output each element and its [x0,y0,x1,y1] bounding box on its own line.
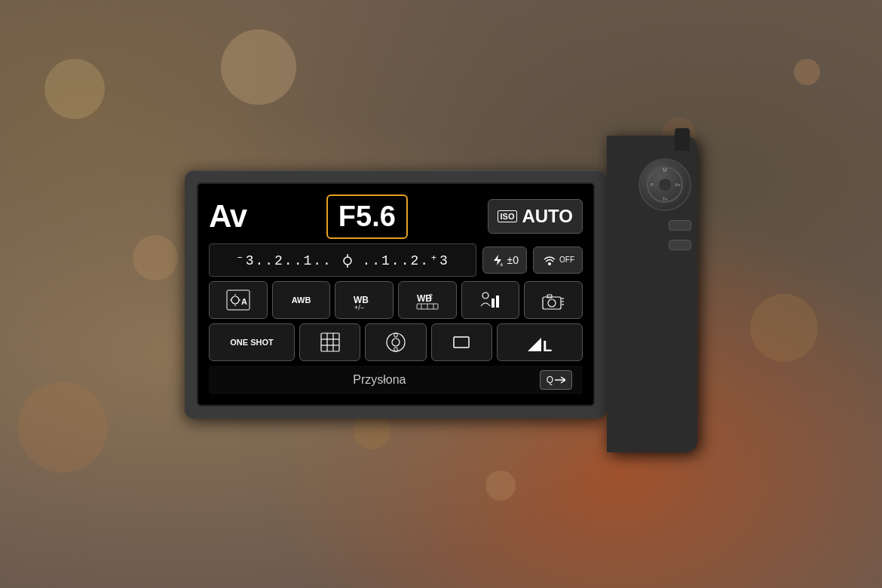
grid-btn[interactable] [299,323,360,361]
af-mode-btn[interactable]: ONE SHOT [209,323,295,361]
svg-marker-40 [528,338,541,351]
camera-dial[interactable]: M Av Tv P [639,158,691,211]
svg-point-44 [659,179,671,191]
svg-text:+/−: +/− [354,304,364,311]
svg-point-21 [482,292,488,299]
image-size-btn[interactable]: L [497,323,583,361]
svg-rect-30 [321,333,339,351]
svg-rect-22 [492,299,495,308]
camera-body: Av F5.6 ISO AUTO ⁻3..2..1.. [185,136,697,452]
lcd-screen: Av F5.6 ISO AUTO ⁻3..2..1.. [197,182,595,406]
svg-text:A: A [241,297,247,306]
format-btn[interactable] [431,323,492,361]
svg-point-35 [387,333,405,351]
af-mode-label: ONE SHOT [230,338,273,347]
svg-text:Tv: Tv [663,197,668,201]
svg-rect-39 [454,337,469,348]
row-icons-4: ONE SHOT [209,323,583,361]
iso-box[interactable]: ISO AUTO [488,199,583,234]
wb-btn[interactable]: WB +/− [335,281,394,319]
iso-value: AUTO [522,206,573,227]
svg-point-25 [548,299,556,307]
q-button[interactable]: Q [540,370,572,390]
svg-text:Av: Av [675,182,681,187]
metering-scene-btn[interactable]: A [209,281,268,319]
flash-comp[interactable]: ± ±0 [482,247,527,274]
stabilizer[interactable]: OFF [533,247,583,274]
wb-bracket-btn[interactable]: WB 2 [398,281,457,319]
strap-connector [675,128,690,151]
shooting-mode[interactable]: Av [209,198,247,234]
row-bottom: Przysłona Q [209,366,583,394]
row-icons-3: A AWB WB +/− WB 2 [209,281,583,319]
bottom-text: Przysłona [219,373,540,387]
svg-point-5 [548,262,551,265]
svg-rect-38 [394,348,397,351]
drive-btn[interactable] [461,281,520,319]
svg-rect-23 [496,296,499,308]
iso-label: ISO [498,210,518,222]
custom-btn[interactable] [524,281,583,319]
svg-text:±: ± [500,261,504,267]
svg-point-36 [392,338,400,346]
row-scale: ⁻3..2..1.. ..1..2.⁺3 ± ±0 [209,243,583,277]
svg-point-0 [344,257,351,265]
camera-button-1[interactable] [669,220,691,231]
row-top: Av F5.6 ISO AUTO [209,194,583,239]
awb-btn[interactable]: AWB [272,281,331,319]
aperture-value[interactable]: F5.6 [326,194,408,239]
q-label: Q [547,375,553,385]
svg-text:P: P [651,182,654,187]
camera-housing: Av F5.6 ISO AUTO ⁻3..2..1.. [185,170,607,418]
awb-label: AWB [292,296,311,305]
exposure-scale[interactable]: ⁻3..2..1.. ..1..2.⁺3 [209,243,476,277]
svg-text:M: M [663,167,667,173]
svg-rect-24 [543,297,561,309]
camera-right-body: M Av Tv P [607,136,697,452]
stabilizer-value: OFF [559,256,574,264]
flash-comp-value: ±0 [507,254,519,266]
spot-metering-btn[interactable] [365,323,426,361]
svg-point-7 [231,296,239,304]
svg-text:2: 2 [429,292,433,300]
svg-rect-37 [394,333,397,337]
camera-button-2[interactable] [669,240,691,250]
svg-text:L: L [543,338,552,353]
